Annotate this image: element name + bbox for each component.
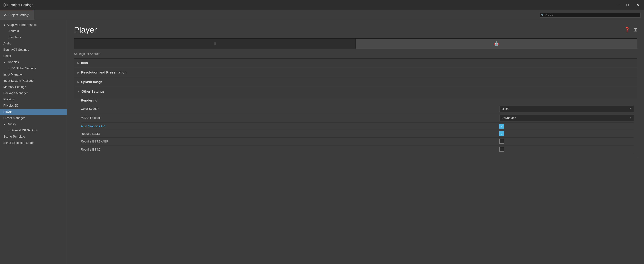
auto-graphics-api-label[interactable]: Auto Graphics API xyxy=(81,125,499,128)
sidebar-arrow-quality: ▼ xyxy=(3,123,6,126)
require-es31-aep-control xyxy=(499,139,634,144)
require-es31-aep-label: Require ES3.1+AEP xyxy=(81,140,499,143)
section-resolution-arrow: ▶ xyxy=(78,71,79,74)
setting-msaa-fallback: MSAA Fallback Downgrade None xyxy=(81,113,634,123)
msaa-fallback-dropdown[interactable]: Downgrade None xyxy=(499,115,634,121)
sidebar-item-universal-rp[interactable]: Universal RP Settings xyxy=(0,127,67,134)
setting-color-space: Color Space* Linear Gamma xyxy=(81,104,634,113)
sidebar-item-burst-aot[interactable]: Burst AOT Settings xyxy=(0,47,67,53)
search-icon: 🔍 xyxy=(541,14,544,16)
section-other-arrow: ▼ xyxy=(78,90,80,93)
gear-icon: ⚙ xyxy=(4,13,7,17)
sidebar-label-physics: Physics xyxy=(3,98,14,101)
sidebar-item-input-system[interactable]: Input System Package xyxy=(0,78,67,84)
monitor-icon: 🖥 xyxy=(213,41,217,46)
section-icon-arrow: ▶ xyxy=(78,62,79,64)
sidebar-item-adaptive-performance[interactable]: ▼Adaptive Performance xyxy=(0,22,67,28)
sidebar-label-physics-2d: Physics 2D xyxy=(3,104,18,107)
section-resolution-header[interactable]: ▶ Resolution and Presentation xyxy=(74,68,637,77)
sidebar-item-quality[interactable]: ▼Quality xyxy=(0,121,67,127)
color-space-dropdown[interactable]: Linear Gamma xyxy=(499,106,634,112)
help-icon[interactable]: ❓ xyxy=(624,27,630,32)
content-header: Player ❓ ⊞ xyxy=(74,25,637,34)
sidebar-item-physics-2d[interactable]: Physics 2D xyxy=(0,103,67,109)
require-es31-aep-checkbox[interactable] xyxy=(499,139,504,144)
svg-point-1 xyxy=(5,4,6,6)
sidebar-label-urp-global: URP Global Settings xyxy=(8,67,36,70)
sidebar-item-graphics[interactable]: ▼Graphics xyxy=(0,59,67,65)
section-splash-header[interactable]: ▶ Splash Image xyxy=(74,78,637,86)
sidebar-arrow-adaptive-performance: ▼ xyxy=(3,24,6,26)
page-title: Player xyxy=(74,25,97,34)
section-icon-header[interactable]: ▶ Icon xyxy=(74,59,637,67)
section-splash: ▶ Splash Image xyxy=(74,77,637,86)
sidebar-item-simulator[interactable]: Simulator xyxy=(0,34,67,40)
section-other: ▼ Other Settings Rendering Color Space* … xyxy=(74,87,637,157)
restore-button[interactable]: □ xyxy=(625,2,630,8)
sidebar-item-memory-settings[interactable]: Memory Settings xyxy=(0,84,67,90)
sidebar-item-editor[interactable]: Editor xyxy=(0,53,67,59)
project-settings-tab[interactable]: ⚙ Project Settings xyxy=(0,10,34,20)
settings-for-label: Settings for Android xyxy=(74,52,637,56)
sidebar-label-editor: Editor xyxy=(3,54,11,58)
section-resolution: ▶ Resolution and Presentation xyxy=(74,68,637,77)
sidebar-label-quality: Quality xyxy=(7,123,16,126)
sidebar-label-simulator: Simulator xyxy=(8,35,21,39)
sidebar-item-physics[interactable]: Physics xyxy=(0,96,67,103)
setting-require-es31-aep: Require ES3.1+AEP xyxy=(81,138,634,146)
color-space-control: Linear Gamma xyxy=(499,106,634,112)
section-other-body: Rendering Color Space* Linear Gamma xyxy=(74,98,637,157)
sidebar-label-graphics: Graphics xyxy=(7,60,19,64)
sidebar-item-urp-global[interactable]: URP Global Settings xyxy=(0,65,67,71)
require-es31-control: ✓ xyxy=(499,131,634,136)
msaa-fallback-control: Downgrade None xyxy=(499,115,634,121)
search-bar: 🔍 xyxy=(540,12,641,18)
setting-require-es32: Require ES3.2 xyxy=(81,146,634,154)
sidebar-label-adaptive-performance: Adaptive Performance xyxy=(7,23,37,27)
auto-graphics-api-checkbox[interactable]: ✓ xyxy=(499,124,504,129)
tab-android[interactable]: 🤖 xyxy=(356,39,637,49)
section-splash-title: Splash Image xyxy=(81,80,103,84)
setting-require-es31: Require ES3.1 ✓ xyxy=(81,130,634,138)
sidebar-label-audio: Audio xyxy=(3,42,11,45)
tab-bar: ⚙ Project Settings 🔍 xyxy=(0,10,644,20)
header-icons: ❓ ⊞ xyxy=(624,27,637,32)
section-splash-arrow: ▶ xyxy=(78,81,79,83)
color-space-label: Color Space* xyxy=(81,107,499,111)
sidebar-label-input-system: Input System Package xyxy=(3,79,34,83)
minimize-button[interactable]: ─ xyxy=(614,2,620,8)
sidebar-label-player: Player xyxy=(3,110,12,114)
tab-desktop[interactable]: 🖥 xyxy=(74,39,356,49)
sidebar-item-audio[interactable]: Audio xyxy=(0,40,67,47)
window-controls: ─ □ ✕ xyxy=(614,2,641,8)
sidebar-item-scene-template[interactable]: Scene Template xyxy=(0,134,67,140)
require-es31-checkbox[interactable]: ✓ xyxy=(499,131,504,136)
section-other-header[interactable]: ▼ Other Settings xyxy=(74,87,637,96)
search-input[interactable] xyxy=(540,12,641,18)
sidebar-item-player[interactable]: Player xyxy=(0,109,67,115)
title-bar: Project Settings ─ □ ✕ xyxy=(0,0,644,10)
section-icon-title: Icon xyxy=(81,61,88,65)
sidebar-item-android[interactable]: Android xyxy=(0,28,67,34)
sidebar-item-preset-manager[interactable]: Preset Manager xyxy=(0,115,67,121)
sidebar-item-input-manager[interactable]: Input Manager xyxy=(0,71,67,78)
setting-auto-graphics-api: Auto Graphics API ✓ xyxy=(81,123,634,130)
sidebar-label-input-manager: Input Manager xyxy=(3,73,23,76)
require-es32-checkbox[interactable] xyxy=(499,147,504,152)
section-other-title: Other Settings xyxy=(82,90,105,93)
require-es31-label: Require ES3.1 xyxy=(81,132,499,136)
layout-icon[interactable]: ⊞ xyxy=(634,27,637,32)
window-title: Project Settings xyxy=(10,3,33,7)
sidebar-arrow-graphics: ▼ xyxy=(3,61,6,64)
sidebar-item-script-execution[interactable]: Script Execution Order xyxy=(0,140,67,146)
msaa-fallback-label: MSAA Fallback xyxy=(81,116,499,120)
rendering-title: Rendering xyxy=(81,98,634,102)
android-icon: 🤖 xyxy=(494,41,499,46)
sidebar-item-package-manager[interactable]: Package Manager xyxy=(0,90,67,96)
main-container: ▼Adaptive PerformanceAndroidSimulatorAud… xyxy=(0,20,644,264)
close-button[interactable]: ✕ xyxy=(635,2,641,8)
require-es32-label: Require ES3.2 xyxy=(81,148,499,151)
section-resolution-title: Resolution and Presentation xyxy=(81,70,126,74)
sidebar-label-memory-settings: Memory Settings xyxy=(3,85,26,89)
tab-label: Project Settings xyxy=(8,13,30,17)
